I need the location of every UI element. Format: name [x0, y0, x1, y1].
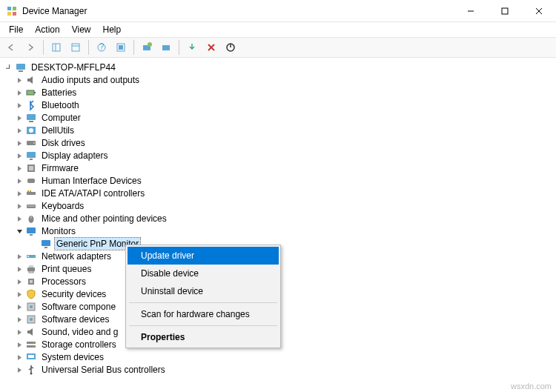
menu-disable-device[interactable]: Disable device	[128, 265, 279, 282]
software-icon	[25, 301, 37, 313]
expand-icon[interactable]	[15, 139, 24, 147]
scan-hardware-button[interactable]	[139, 39, 155, 56]
expand-icon[interactable]	[15, 151, 24, 160]
svg-point-51	[33, 256, 35, 257]
expand-icon[interactable]	[15, 126, 24, 135]
tree-item-label: Security devices	[40, 288, 107, 300]
expand-icon[interactable]	[15, 328, 24, 336]
dell-icon	[25, 124, 37, 136]
tree-item[interactable]: Monitors	[1, 225, 555, 237]
menu-action[interactable]: Action	[29, 23, 65, 36]
tree-item-label: Disk drives	[40, 137, 87, 149]
svg-rect-28	[29, 121, 33, 122]
tree-root[interactable]: DESKTOP-MFFLP44	[1, 62, 555, 73]
svg-rect-56	[30, 280, 33, 283]
tree-item[interactable]: Bluetooth	[1, 99, 555, 111]
tree-item[interactable]: IDE ATA/ATAPI controllers	[1, 187, 555, 199]
svg-rect-15	[119, 45, 123, 50]
maximize-button[interactable]	[488, 0, 522, 22]
monitor-icon	[25, 225, 37, 237]
minimize-button[interactable]	[454, 0, 488, 22]
svg-point-32	[33, 142, 35, 144]
tree-item[interactable]: Human Interface Devices	[1, 175, 555, 187]
battery-icon	[25, 87, 37, 99]
expand-icon[interactable]	[15, 277, 24, 286]
speaker-icon	[25, 326, 37, 338]
svg-point-60	[30, 318, 33, 321]
tree-item[interactable]: Computer	[1, 112, 555, 124]
svg-rect-48	[44, 247, 47, 248]
expand-icon[interactable]	[15, 340, 24, 349]
toolbar-sep	[133, 40, 134, 55]
tree-item[interactable]: System devices	[1, 351, 555, 363]
menu-update-driver[interactable]: Update driver	[128, 247, 279, 265]
tree-item-label: Computer	[40, 112, 82, 124]
expand-icon[interactable]	[15, 164, 24, 173]
tree-item-label: Software devices	[40, 313, 110, 325]
expand-icon[interactable]	[15, 88, 24, 97]
svg-rect-0	[7, 7, 11, 10]
disable-device-button[interactable]	[222, 39, 239, 56]
tree-item-label: Batteries	[40, 87, 78, 99]
uninstall-device-button[interactable]	[203, 39, 219, 56]
menu-scan-hardware[interactable]: Scan for hardware changes	[128, 305, 279, 323]
tree-item[interactable]: Batteries	[1, 87, 555, 99]
collapse-icon[interactable]	[4, 63, 13, 72]
expand-icon[interactable]	[15, 113, 24, 122]
back-button[interactable]	[3, 39, 19, 56]
tree-item[interactable]: Disk drives	[1, 137, 555, 149]
window-title: Device Manager	[22, 6, 454, 16]
tree-item[interactable]: Firmware	[1, 162, 555, 174]
tree-item-label: Processors	[40, 276, 87, 288]
svg-text:?: ?	[99, 42, 105, 52]
expand-icon[interactable]	[15, 302, 24, 311]
expand-icon[interactable]	[15, 202, 24, 210]
menu-uninstall-device[interactable]: Uninstall device	[128, 282, 279, 300]
properties-button[interactable]	[67, 39, 84, 56]
expand-icon[interactable]	[15, 76, 24, 84]
tree-item-label: Bluetooth	[40, 99, 81, 111]
add-hardware-button[interactable]	[158, 39, 174, 56]
show-hide-console-tree-button[interactable]	[48, 39, 64, 56]
menu-sep	[129, 302, 277, 303]
storage-icon	[25, 339, 37, 351]
expand-icon[interactable]	[15, 101, 24, 110]
svg-rect-10	[72, 44, 79, 51]
expand-icon[interactable]	[15, 290, 24, 299]
svg-rect-36	[29, 166, 33, 170]
tree-item[interactable]: Display adapters	[1, 150, 555, 162]
tree-item-label: Mice and other pointing devices	[40, 213, 168, 225]
expand-icon[interactable]	[15, 315, 24, 324]
svg-rect-40	[30, 190, 31, 192]
forward-button[interactable]	[22, 39, 39, 56]
update-driver-button[interactable]	[184, 39, 200, 56]
expand-icon[interactable]	[15, 176, 24, 185]
expand-icon[interactable]	[15, 214, 24, 223]
toolbar-sep	[179, 40, 179, 55]
menu-file[interactable]: File	[3, 23, 29, 36]
expand-icon[interactable]	[15, 365, 24, 374]
help-button[interactable]: ?	[93, 39, 110, 56]
display-icon	[25, 150, 37, 162]
svg-point-64	[33, 346, 35, 348]
menu-properties[interactable]: Properties	[128, 328, 279, 346]
tree-item[interactable]: Audio inputs and outputs	[1, 74, 555, 86]
expand-icon[interactable]	[15, 189, 24, 198]
expand-icon[interactable]	[15, 353, 24, 362]
tree-item[interactable]: DellUtils	[1, 124, 555, 136]
tree-item[interactable]: Keyboards	[1, 200, 555, 212]
expand-icon[interactable]	[15, 252, 24, 261]
tree-item[interactable]: Mice and other pointing devices	[1, 213, 555, 225]
expand-icon[interactable]	[15, 265, 24, 273]
svg-rect-24	[19, 70, 23, 72]
svg-rect-66	[28, 355, 34, 358]
menu-view[interactable]: View	[66, 23, 97, 36]
collapse-icon[interactable]	[15, 227, 24, 236]
menu-sep	[129, 325, 277, 326]
menu-help[interactable]: Help	[97, 23, 128, 36]
close-button[interactable]	[522, 0, 556, 22]
tree-item-label: Display adapters	[40, 150, 109, 162]
tree-item[interactable]: Universal Serial Bus controllers	[1, 364, 555, 376]
app-icon	[6, 5, 18, 17]
action-button[interactable]	[113, 39, 129, 56]
